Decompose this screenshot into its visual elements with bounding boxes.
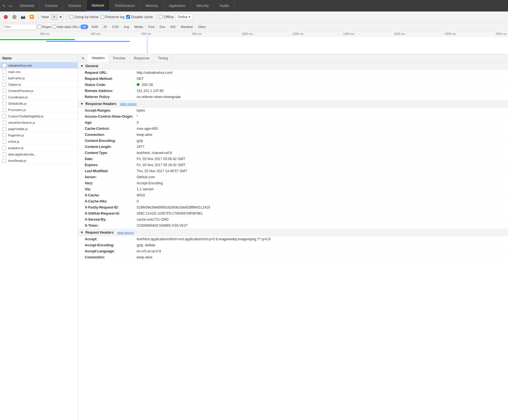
- filter-type-js[interactable]: JS: [101, 25, 109, 29]
- status-dot-icon: [137, 83, 140, 86]
- header-key: Request URL:: [85, 71, 137, 75]
- tab-security[interactable]: Security: [191, 0, 214, 11]
- header-val: 0: [137, 199, 139, 203]
- tab-audits[interactable]: Audits: [214, 0, 234, 11]
- request-headers-section-header[interactable]: ▼ Request Headers view source: [78, 229, 508, 236]
- filter-button[interactable]: 🔽: [28, 14, 35, 20]
- tab-performance[interactable]: Performance: [110, 0, 140, 11]
- filter-type-other[interactable]: Other: [196, 25, 208, 29]
- list-item[interactable]: vatsalmehra.com: [0, 62, 78, 69]
- header-row: Content-Length: 2977: [78, 144, 508, 150]
- clear-button[interactable]: [11, 14, 18, 20]
- tab-headers[interactable]: Headers: [88, 54, 109, 62]
- view-list-button[interactable]: ≡: [51, 14, 57, 20]
- header-row: Via: 1.1 varnish: [78, 186, 508, 192]
- filter-type-css[interactable]: CSS: [110, 25, 121, 29]
- general-section-header[interactable]: ▼ General: [78, 62, 508, 70]
- regex-input[interactable]: [37, 25, 41, 29]
- filter-type-doc[interactable]: Doc: [158, 25, 168, 29]
- preserve-log-checkbox[interactable]: Preserve log: [100, 15, 125, 19]
- file-icon: [2, 63, 6, 68]
- mobile-icon[interactable]: ▭: [9, 3, 12, 8]
- list-item[interactable]: Clipper.js: [0, 81, 78, 88]
- list-item[interactable]: main.css: [0, 69, 78, 75]
- tick-1: 400 ms: [51, 31, 101, 37]
- header-row: Connection: keep-alive: [78, 254, 508, 260]
- tab-console[interactable]: Console: [40, 0, 63, 11]
- tab-sources[interactable]: Sources: [63, 0, 86, 11]
- header-key: Accept-Language:: [85, 249, 137, 253]
- filter-type-xhr[interactable]: XHR: [89, 25, 100, 29]
- camera-button[interactable]: 📷: [20, 14, 27, 20]
- filter-type-font[interactable]: Font: [146, 25, 157, 29]
- file-name: analytics.js: [8, 146, 24, 150]
- group-by-frame-input[interactable]: [69, 15, 73, 19]
- header-val: en-US,en;q=0.8: [137, 249, 161, 253]
- close-button[interactable]: ✕: [80, 55, 86, 61]
- hide-data-urls-input[interactable]: [52, 25, 56, 29]
- filter-type-media[interactable]: Media: [132, 25, 145, 29]
- tab-preview[interactable]: Preview: [109, 54, 130, 62]
- response-headers-section-header[interactable]: ▼ Response Headers view source: [78, 100, 508, 108]
- tab-response[interactable]: Response: [130, 54, 154, 62]
- header-val: *: [137, 115, 138, 119]
- tab-memory[interactable]: Memory: [140, 0, 163, 11]
- list-item[interactable]: Coordinator.js: [0, 94, 78, 100]
- cursor-icon[interactable]: ↖: [2, 3, 6, 8]
- file-name: data:application/ja...: [8, 153, 36, 156]
- filter-input[interactable]: [2, 24, 36, 30]
- header-val: Fri, 03 Nov 2017 05:06:42 GMT: [137, 157, 185, 161]
- file-icon: [2, 108, 6, 112]
- tab-elements[interactable]: Elements: [15, 0, 40, 11]
- timeline-ruler: 200 ms 400 ms 600 ms 800 ms 1000 ms 1200…: [0, 31, 508, 37]
- network-toolbar: 📷 🔽 View: ≡ ⊞ Group by frame Preserve lo…: [0, 12, 508, 22]
- header-key: Connection:: [85, 133, 137, 137]
- hide-data-urls-checkbox[interactable]: Hide data URLs: [52, 25, 80, 29]
- header-key: Content-Encoding:: [85, 139, 137, 143]
- tab-timing[interactable]: Timing: [154, 54, 172, 62]
- group-by-frame-checkbox[interactable]: Group by frame: [69, 15, 98, 19]
- disable-cache-input[interactable]: [126, 15, 130, 19]
- view-source-link-2[interactable]: view source: [117, 231, 134, 234]
- view-grid-button[interactable]: ⊞: [58, 14, 63, 20]
- tick-3: 800 ms: [153, 31, 203, 37]
- filter-type-manifest[interactable]: Manifest: [179, 25, 195, 29]
- filter-type-all[interactable]: All: [80, 25, 88, 29]
- list-item[interactable]: checkSimSearch.js: [0, 119, 78, 126]
- file-list-header: Name: [0, 54, 78, 62]
- header-row: X-Cache: MISS: [78, 192, 508, 198]
- filter-type-img[interactable]: Img: [122, 25, 131, 29]
- file-icon: [2, 159, 6, 163]
- file-name: topFrame.js: [8, 76, 25, 80]
- general-section: ▼ General Request URL: http://vatsalmehr…: [78, 62, 508, 100]
- regex-checkbox[interactable]: Regex: [37, 25, 51, 29]
- list-item[interactable]: pageVisible.js: [0, 126, 78, 132]
- list-item[interactable]: analytics.js: [0, 145, 78, 151]
- list-item[interactable]: isTest.js: [0, 138, 78, 145]
- file-name: main.css: [8, 70, 20, 74]
- list-item[interactable]: CustomTooltipEligibility.js: [0, 113, 78, 119]
- view-source-link[interactable]: view source: [120, 102, 137, 106]
- header-key: Accept-Encoding:: [85, 243, 137, 247]
- list-item[interactable]: ContentPreview.js: [0, 88, 78, 94]
- preserve-log-input[interactable]: [100, 15, 104, 19]
- record-button[interactable]: [2, 14, 9, 20]
- filter-type-ws[interactable]: WS: [168, 25, 178, 29]
- tab-network[interactable]: Network: [86, 0, 110, 11]
- file-icon: [2, 140, 6, 144]
- list-item[interactable]: data:application/ja...: [0, 151, 78, 158]
- list-item[interactable]: GlobalUtils.js: [0, 100, 78, 107]
- list-item[interactable]: topFrame.js: [0, 75, 78, 81]
- disable-cache-checkbox[interactable]: Disable cache: [126, 15, 153, 19]
- file-name: checkSimSearch.js: [8, 121, 35, 124]
- header-row: Cache-Control: max-age=600: [78, 126, 508, 132]
- offline-checkbox[interactable]: Offline: [159, 15, 174, 19]
- tab-application[interactable]: Application: [163, 0, 191, 11]
- offline-input[interactable]: [159, 15, 163, 19]
- header-val: 0: [137, 121, 139, 125]
- throttle-dropdown[interactable]: Online ▼: [176, 14, 193, 20]
- list-item[interactable]: PageInfo.js: [0, 132, 78, 138]
- list-item[interactable]: domReady.js: [0, 158, 78, 164]
- list-item[interactable]: Promotion.js: [0, 107, 78, 113]
- header-row: Access-Control-Allow-Origin: *: [78, 114, 508, 120]
